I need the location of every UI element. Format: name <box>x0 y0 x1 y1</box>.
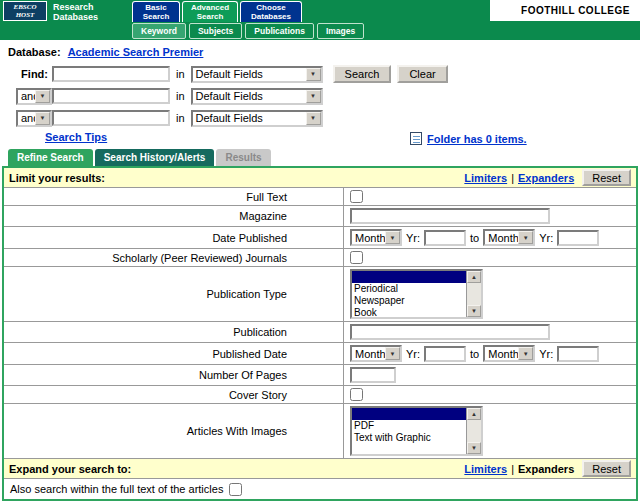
database-label: Database: <box>8 46 61 58</box>
dropdown-arrow-icon: ▼ <box>385 231 400 244</box>
month-select-to[interactable]: Month ▼ <box>483 229 535 246</box>
main-tabs: Basic Search Advanced Search Choose Data… <box>132 1 302 22</box>
dropdown-arrow-icon: ▼ <box>35 112 50 125</box>
sub-tabs: Keyword Subjects Publications Images <box>132 23 364 39</box>
row-magazine: Magazine <box>4 206 636 227</box>
clear-button[interactable]: Clear <box>397 65 447 83</box>
row-scholarly: Scholarly (Peer Reviewed) Journals <box>4 249 636 267</box>
reset-button[interactable]: Reset <box>582 460 631 477</box>
dropdown-arrow-icon: ▼ <box>518 231 533 244</box>
expanders-label: Expanders <box>518 463 574 475</box>
limiters-link[interactable]: Limiters <box>464 463 507 475</box>
publication-type-label: Publication Type <box>4 267 344 321</box>
boolean-select-1[interactable]: and ▼ <box>16 88 52 105</box>
dropdown-arrow-icon: ▼ <box>518 347 533 360</box>
scroll-up-icon[interactable]: ▲ <box>467 271 481 283</box>
institution-name: FOOTHILL COLLEGE <box>490 0 640 21</box>
listbox-option[interactable]: PDF <box>352 420 466 432</box>
search-tips-link[interactable]: Search Tips <box>45 131 107 143</box>
dropdown-arrow-icon: ▼ <box>306 112 321 125</box>
listbox-option[interactable]: Newspaper <box>352 295 466 307</box>
find-input-3[interactable] <box>52 110 170 126</box>
listbox-option-selected[interactable] <box>352 271 466 283</box>
articles-with-images-label: Articles With Images <box>4 404 344 458</box>
magazine-input[interactable] <box>350 208 550 224</box>
search-row-2: and ▼ in Default Fields ▼ <box>16 86 640 106</box>
expanders-link[interactable]: Expanders <box>518 172 574 184</box>
boolean-select-2[interactable]: and ▼ <box>16 110 52 127</box>
year-to-input[interactable] <box>557 230 599 246</box>
full-text-checkbox[interactable] <box>350 190 363 203</box>
view-tabs: Refine Search Search History/Alerts Resu… <box>8 149 640 166</box>
listbox-scrollbar[interactable]: ▲ ▼ <box>466 408 481 454</box>
month-select-to[interactable]: Month ▼ <box>483 345 535 362</box>
also-search-label: Also search within the full text of the … <box>10 483 223 495</box>
number-of-pages-label: Number Of Pages <box>4 365 344 385</box>
scroll-track[interactable] <box>467 283 481 305</box>
separator: | <box>511 463 514 475</box>
listbox-option-selected[interactable] <box>352 408 466 420</box>
reset-button[interactable]: Reset <box>582 169 631 186</box>
limit-title: Limit your results: <box>9 172 464 184</box>
find-label: Find: <box>16 68 48 80</box>
find-input-1[interactable] <box>52 66 170 82</box>
expand-title: Expand your search to: <box>9 463 464 475</box>
published-date-label: Published Date <box>4 343 344 364</box>
tab-basic-search[interactable]: Basic Search <box>132 1 180 22</box>
subtab-publications[interactable]: Publications <box>245 23 314 39</box>
year-from-input[interactable] <box>424 230 466 246</box>
subtab-keyword[interactable]: Keyword <box>132 23 186 39</box>
in-label: in <box>176 90 185 102</box>
listbox-option[interactable]: Text with Graphic <box>352 432 466 444</box>
full-text-label: Full Text <box>4 188 344 205</box>
listbox-option[interactable]: Periodical <box>352 283 466 295</box>
fields-select-1[interactable]: Default Fields ▼ <box>191 66 323 83</box>
fields-select-2[interactable]: Default Fields ▼ <box>191 88 323 105</box>
search-form: Find: in Default Fields ▼ Search Clear a… <box>0 60 640 143</box>
yr-label: Yr: <box>406 232 420 244</box>
row-cover-story: Cover Story <box>4 386 636 404</box>
folder-link[interactable]: Folder has 0 items. <box>427 133 527 145</box>
scroll-down-icon[interactable]: ▼ <box>467 305 481 317</box>
tab-choose-databases[interactable]: Choose Databases <box>240 1 302 22</box>
row-publication: Publication <box>4 322 636 343</box>
articles-with-images-listbox[interactable]: PDF Text with Graphic ▲ ▼ <box>350 406 483 456</box>
year-from-input[interactable] <box>424 346 466 362</box>
row-number-of-pages: Number Of Pages <box>4 365 636 386</box>
tab-search-history-alerts[interactable]: Search History/Alerts <box>95 149 215 166</box>
tab-refine-search[interactable]: Refine Search <box>8 149 93 166</box>
logo-top-text: EBSCO <box>14 3 37 11</box>
scroll-down-icon[interactable]: ▼ <box>467 442 481 454</box>
number-of-pages-input[interactable] <box>350 367 396 383</box>
publication-input[interactable] <box>350 324 550 340</box>
limiters-link[interactable]: Limiters <box>464 172 507 184</box>
find-input-2[interactable] <box>52 88 170 104</box>
separator: | <box>511 172 514 184</box>
subtab-subjects[interactable]: Subjects <box>189 23 242 39</box>
yr-label: Yr: <box>539 232 553 244</box>
dropdown-arrow-icon: ▼ <box>35 90 50 103</box>
dropdown-arrow-icon: ▼ <box>306 68 321 81</box>
scholarly-checkbox[interactable] <box>350 251 363 264</box>
database-link[interactable]: Academic Search Premier <box>68 46 204 58</box>
tab-advanced-search[interactable]: Advanced Search <box>182 1 238 22</box>
month-select-from[interactable]: Month ▼ <box>350 345 402 362</box>
cover-story-checkbox[interactable] <box>350 388 363 401</box>
scroll-up-icon[interactable]: ▲ <box>467 408 481 420</box>
date-published-label: Date Published <box>4 227 344 248</box>
search-button[interactable]: Search <box>333 65 392 83</box>
row-also-search-full-text: Also search within the full text of the … <box>4 479 636 499</box>
search-row-1: Find: in Default Fields ▼ Search Clear <box>16 64 640 84</box>
listbox-scrollbar[interactable]: ▲ ▼ <box>466 271 481 317</box>
also-search-checkbox[interactable] <box>229 483 242 496</box>
scroll-track[interactable] <box>467 420 481 442</box>
listbox-option[interactable]: Book <box>352 307 466 317</box>
magazine-label: Magazine <box>4 206 344 226</box>
folder-icon <box>410 132 422 145</box>
month-select-from[interactable]: Month ▼ <box>350 229 402 246</box>
subtab-images[interactable]: Images <box>317 23 364 39</box>
publication-type-listbox[interactable]: Periodical Newspaper Book ▲ ▼ <box>350 269 483 319</box>
fields-select-3[interactable]: Default Fields ▼ <box>191 110 323 127</box>
year-to-input[interactable] <box>557 346 599 362</box>
cover-story-label: Cover Story <box>4 386 344 403</box>
